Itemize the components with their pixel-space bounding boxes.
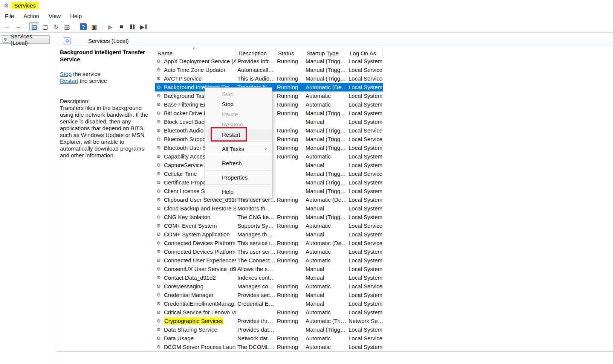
- service-logon-cell: Local System: [349, 178, 383, 187]
- service-status-cell: Running: [277, 317, 305, 325]
- results-pane-header: ⚙ Services (Local): [57, 36, 613, 46]
- menu-item-restart[interactable]: Restart: [205, 129, 272, 140]
- service-status-cell: [277, 299, 305, 308]
- service-row[interactable]: ⚙ COM+ System Application Manages th… Ma…: [155, 230, 383, 239]
- tree-item-services-local[interactable]: ⚙ Services (Local): [1, 35, 50, 44]
- service-logon-cell: Local System: [349, 299, 383, 308]
- stop-service-button[interactable]: ■: [116, 22, 126, 31]
- menu-item-all-tasks[interactable]: All Tasks ›: [205, 144, 272, 154]
- help-button[interactable]: ?: [78, 22, 88, 31]
- main-panel: ⚙ Services (Local) Background Intelligen…: [57, 33, 613, 364]
- column-header-startup-type[interactable]: Startup Type: [304, 47, 347, 57]
- refresh-button[interactable]: ↻: [51, 22, 61, 31]
- console-window-button[interactable]: ▣: [89, 22, 99, 31]
- service-status-cell: Running: [277, 213, 305, 221]
- play-icon: ▶: [108, 23, 113, 30]
- menu-file[interactable]: File: [2, 11, 17, 21]
- service-name-cell: Connected User Experiences …: [164, 256, 236, 265]
- toolbar-separator: [102, 23, 102, 30]
- menu-item-refresh[interactable]: Refresh: [205, 158, 272, 168]
- service-row[interactable]: ⚙ Contact Data_d91d2 Indexes cont… Manua…: [155, 273, 383, 282]
- service-startup-cell: Automatic (De…: [306, 83, 348, 91]
- restart-service-link[interactable]: Restart: [60, 78, 78, 84]
- service-gear-icon: ⚙: [156, 195, 164, 204]
- service-row[interactable]: ⚙ DCOM Server Process Launc… The DCOML… …: [155, 343, 383, 351]
- menu-help[interactable]: Help: [67, 11, 85, 21]
- service-gear-icon: ⚙: [156, 126, 164, 135]
- service-row[interactable]: ⚙ CredentialEnrollmentManag… Credential …: [155, 299, 383, 308]
- service-startup-cell: Manual (Trigg…: [306, 65, 348, 74]
- service-logon-cell: Local System: [349, 195, 383, 204]
- service-gear-icon: ⚙: [156, 152, 164, 161]
- export-list-button[interactable]: ▤: [62, 22, 72, 31]
- menu-item-properties[interactable]: Properties: [205, 172, 272, 183]
- service-row[interactable]: ⚙ AVCTP service This is Audio… Running M…: [155, 74, 383, 83]
- service-row[interactable]: ⚙ Credential Manager Provides sec… Runni…: [155, 291, 383, 299]
- service-row[interactable]: ⚙ Cryptographic Services Provides thr… R…: [155, 317, 383, 325]
- menu-item-label: Restart: [222, 131, 240, 138]
- service-startup-cell: Automatic: [306, 91, 348, 100]
- service-row[interactable]: ⚙ Critical Service for Lenovo Va… Runnin…: [155, 308, 383, 317]
- service-status-cell: Running: [277, 109, 305, 117]
- service-gear-icon: ⚙: [156, 230, 164, 239]
- service-description-cell: Manages th…: [237, 230, 276, 239]
- service-status-cell: Running: [277, 221, 305, 230]
- menu-view[interactable]: View: [45, 11, 64, 21]
- service-row[interactable]: ⚙ CoreMessaging Manages co… Running Auto…: [155, 282, 383, 291]
- service-description-cell: Provides thr…: [237, 317, 276, 325]
- service-row[interactable]: ⚙ AppX Deployment Service (A… Provides i…: [155, 57, 383, 65]
- service-row[interactable]: ⚙ Cloud Backup and Restore S… Monitors t…: [155, 204, 383, 213]
- back-icon: ←: [4, 23, 10, 30]
- service-description-cell: Network dat…: [237, 334, 276, 343]
- properties-sheet-button[interactable]: ▢: [40, 22, 50, 31]
- stop-service-link[interactable]: Stop: [60, 71, 72, 77]
- service-row[interactable]: ⚙ Connected Devices Platform … This serv…: [155, 239, 383, 247]
- column-header-status[interactable]: Status: [275, 47, 304, 57]
- service-logon-cell: Local Service: [349, 135, 383, 143]
- service-logon-cell: Local System: [349, 204, 383, 213]
- forward-button[interactable]: →: [13, 22, 23, 31]
- restart-service-button[interactable]: ▶: [138, 22, 148, 31]
- service-status-cell: Running: [277, 247, 305, 256]
- column-header-log-on-as[interactable]: Log On As: [347, 47, 383, 57]
- menu-item-pause: Pause: [205, 109, 272, 119]
- service-status-cell: [277, 187, 305, 195]
- service-row[interactable]: ⚙ ConsentUX User Service_d91… Allows the…: [155, 265, 383, 273]
- column-header-description[interactable]: Description: [236, 47, 275, 57]
- restart-service-suffix: the service: [78, 78, 107, 84]
- service-row[interactable]: ⚙ Connected Devices Platform … This user…: [155, 247, 383, 256]
- service-row[interactable]: ⚙ Data Usage Network dat… Running Automa…: [155, 334, 383, 343]
- service-row[interactable]: ⚙ Auto Time Zone Updater Automaticall… M…: [155, 65, 383, 74]
- service-logon-cell: Local Service: [349, 126, 383, 135]
- service-name-cell: Cloud Backup and Restore S…: [164, 204, 236, 213]
- service-row[interactable]: ⚙ CNG Key Isolation The CNG ke… Running …: [155, 213, 383, 221]
- service-row[interactable]: ⚙ Connected User Experiences … The Conne…: [155, 256, 383, 265]
- start-service-button[interactable]: ▶: [105, 22, 115, 31]
- restart-service-line: Restart the service: [60, 78, 107, 84]
- service-startup-cell: Manual (Trigg…: [306, 178, 348, 187]
- service-row[interactable]: ⚙ COM+ Event System Supports Sy… Running…: [155, 221, 383, 230]
- column-header-name[interactable]: ∧ Name: [155, 47, 236, 57]
- console-tree-icon: ▤: [31, 23, 37, 30]
- service-logon-cell: Local System: [349, 117, 383, 126]
- service-startup-cell: Manual (Trigg…: [306, 325, 348, 334]
- service-gear-icon: ⚙: [156, 83, 164, 91]
- pause-service-button[interactable]: [127, 22, 137, 31]
- back-button[interactable]: ←: [2, 22, 12, 31]
- service-logon-cell: Local System: [349, 343, 383, 351]
- service-status-cell: Running: [277, 143, 305, 152]
- service-logon-cell: Local System: [349, 152, 383, 161]
- menu-separator: [206, 156, 271, 156]
- show-console-tree-button[interactable]: ▤: [29, 22, 39, 31]
- service-startup-cell: Automatic (De…: [306, 195, 348, 204]
- menu-item-stop[interactable]: Stop: [205, 99, 272, 109]
- menu-item-help[interactable]: Help: [205, 187, 272, 197]
- service-row[interactable]: ⚙ Data Sharing Service Provides dat… Man…: [155, 325, 383, 334]
- service-logon-cell: Local System: [349, 256, 383, 265]
- stop-service-line: Stop the service: [60, 71, 101, 77]
- service-description-cell: This user ser…: [237, 247, 276, 256]
- menu-action[interactable]: Action: [20, 11, 43, 21]
- menu-item-start: Start: [205, 89, 272, 99]
- service-logon-cell: Local Service: [349, 239, 383, 247]
- service-name-cell: AVCTP service: [164, 74, 236, 83]
